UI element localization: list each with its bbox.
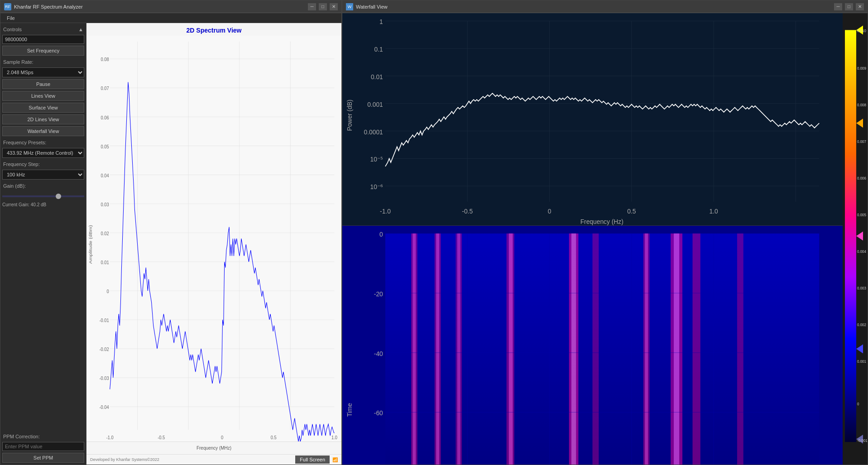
svg-text:-1.0: -1.0 bbox=[380, 208, 391, 215]
svg-text:-0.04: -0.04 bbox=[99, 404, 109, 410]
set-frequency-btn[interactable]: Set Frequency bbox=[2, 46, 84, 56]
pause-btn[interactable]: Pause bbox=[2, 79, 84, 89]
svg-text:0.5: 0.5 bbox=[271, 435, 277, 440]
credit-text: Developed by Khanfar Systems©2022 bbox=[90, 457, 295, 462]
svg-text:0.002: 0.002 bbox=[857, 323, 866, 327]
waterfall-title: Waterfall View bbox=[356, 4, 834, 9]
svg-text:0.06: 0.06 bbox=[101, 115, 109, 120]
svg-text:-0.001: -0.001 bbox=[857, 438, 868, 443]
svg-text:-40: -40 bbox=[374, 350, 383, 357]
lines-2d-btn[interactable]: 2D Lines View bbox=[2, 114, 84, 124]
svg-text:0.009: 0.009 bbox=[857, 66, 866, 71]
svg-rect-37 bbox=[342, 13, 843, 225]
signal-icon: 📶 bbox=[332, 457, 338, 462]
svg-text:0.01: 0.01 bbox=[371, 73, 383, 81]
svg-text:0: 0 bbox=[857, 401, 859, 406]
svg-text:0.01: 0.01 bbox=[101, 260, 109, 265]
svg-marker-110 bbox=[856, 232, 863, 241]
spectrum-panel: RF Khanfar RF Spectrum Analyzer ─ □ ✕ Fi… bbox=[0, 0, 342, 465]
waterfall-close-btn[interactable]: ✕ bbox=[856, 3, 864, 10]
sample-rate-label: Sample Rate: bbox=[2, 57, 84, 66]
spectrum-close-btn[interactable]: ✕ bbox=[330, 3, 338, 10]
svg-rect-0 bbox=[86, 36, 341, 441]
svg-text:0.0001: 0.0001 bbox=[364, 128, 384, 136]
waterfall-maximize-btn[interactable]: □ bbox=[845, 3, 853, 10]
svg-text:Power (dB): Power (dB) bbox=[346, 100, 353, 131]
app-icon: RF bbox=[4, 3, 11, 10]
fullscreen-btn[interactable]: Full Screen bbox=[295, 456, 330, 464]
svg-text:-0.5: -0.5 bbox=[462, 208, 473, 215]
svg-text:10⁻⁵: 10⁻⁵ bbox=[370, 156, 383, 163]
svg-text:0: 0 bbox=[221, 435, 223, 440]
spectrum-svg: 0.08 0.07 0.06 0.05 0.04 0.03 0.02 0.01 … bbox=[86, 36, 341, 441]
gain-label: Gain (dB): bbox=[2, 181, 84, 190]
svg-text:1.0: 1.0 bbox=[331, 435, 337, 440]
svg-marker-111 bbox=[856, 344, 863, 353]
svg-rect-82 bbox=[385, 233, 819, 465]
waterfall-minimize-btn[interactable]: ─ bbox=[834, 3, 842, 10]
set-ppm-btn[interactable]: Set PPM bbox=[2, 453, 84, 463]
waterfall-svg: 0 -20 -40 -60 -80 -100 -120 Time bbox=[342, 226, 843, 465]
svg-text:0.005: 0.005 bbox=[857, 212, 866, 217]
svg-text:0: 0 bbox=[379, 231, 383, 238]
svg-text:-60: -60 bbox=[374, 409, 383, 417]
svg-text:Amplitude (dBm): Amplitude (dBm) bbox=[88, 225, 93, 264]
svg-text:1.0: 1.0 bbox=[710, 208, 718, 215]
spectrum-window-title: Khanfar RF Spectrum Analyzer bbox=[14, 4, 308, 9]
spectrum-minimize-btn[interactable]: ─ bbox=[308, 3, 316, 10]
svg-text:0.008: 0.008 bbox=[857, 102, 866, 107]
svg-text:10⁻⁶: 10⁻⁶ bbox=[370, 183, 383, 190]
surface-view-btn[interactable]: Surface View bbox=[2, 103, 84, 113]
freq-step-label: Frequency Step: bbox=[2, 160, 84, 168]
freq-presets-select[interactable]: 433.92 MHz (Remote Control) bbox=[3, 148, 84, 157]
svg-text:0.07: 0.07 bbox=[101, 86, 109, 91]
gain-slider[interactable] bbox=[2, 195, 84, 197]
svg-marker-109 bbox=[856, 119, 863, 128]
svg-text:1: 1 bbox=[379, 18, 383, 25]
svg-text:-0.01: -0.01 bbox=[99, 318, 109, 323]
freq-presets-dropdown-wrapper: 433.92 MHz (Remote Control) bbox=[2, 148, 84, 158]
svg-text:0: 0 bbox=[106, 289, 109, 294]
svg-text:0.006: 0.006 bbox=[857, 176, 866, 180]
colorbar-svg: 0.010 0.009 0.008 0.007 0.006 0.005 0.00… bbox=[843, 13, 868, 465]
waterfall-plots: 1 0.1 0.01 0.001 0.0001 10⁻⁵ 10⁻⁶ Power … bbox=[342, 13, 843, 465]
svg-text:0.001: 0.001 bbox=[367, 101, 383, 108]
sample-rate-dropdown-wrapper: 2.048 MSps 0.25 MSps 0.5 MSps 1.024 MSps… bbox=[2, 67, 84, 77]
waterfall-content: 1 0.1 0.01 0.001 0.0001 10⁻⁵ 10⁻⁶ Power … bbox=[342, 13, 868, 465]
svg-text:0.010: 0.010 bbox=[857, 28, 866, 33]
sidebar: Controls ▲ Set Frequency Sample Rate: 2.… bbox=[0, 23, 86, 465]
svg-text:0: 0 bbox=[548, 208, 551, 215]
sample-rate-select[interactable]: 2.048 MSps 0.25 MSps 0.5 MSps 1.024 MSps… bbox=[3, 68, 84, 77]
svg-text:-0.02: -0.02 bbox=[99, 346, 109, 352]
spectrum-titlebar: RF Khanfar RF Spectrum Analyzer ─ □ ✕ bbox=[0, 0, 341, 13]
spectrum-chart: 0.08 0.07 0.06 0.05 0.04 0.03 0.02 0.01 … bbox=[86, 36, 341, 441]
svg-text:0.05: 0.05 bbox=[101, 144, 109, 149]
svg-text:0.007: 0.007 bbox=[857, 139, 866, 144]
svg-text:0.02: 0.02 bbox=[101, 231, 109, 236]
waterfall-icon: W bbox=[346, 3, 353, 10]
spectrum-maximize-btn[interactable]: □ bbox=[319, 3, 327, 10]
svg-text:-0.03: -0.03 bbox=[99, 375, 109, 381]
svg-text:-0.5: -0.5 bbox=[158, 435, 165, 440]
lines-view-btn[interactable]: Lines View bbox=[2, 91, 84, 101]
waterfall-heatmap: 0 -20 -40 -60 -80 -100 -120 Time bbox=[342, 226, 843, 465]
svg-text:0.04: 0.04 bbox=[101, 173, 109, 178]
freq-step-select[interactable]: 100 kHz 25 kHz 50 kHz 200 kHz bbox=[3, 170, 84, 179]
file-menu[interactable]: File bbox=[4, 14, 18, 22]
controls-header: Controls ▲ bbox=[2, 25, 84, 33]
svg-text:0.5: 0.5 bbox=[627, 208, 636, 215]
svg-text:-20: -20 bbox=[374, 290, 383, 298]
svg-text:0.03: 0.03 bbox=[101, 202, 109, 207]
waterfall-window-controls: ─ □ ✕ bbox=[834, 3, 864, 10]
frequency-input[interactable] bbox=[2, 35, 84, 44]
svg-text:Frequency (Hz): Frequency (Hz) bbox=[580, 218, 623, 225]
waterfall-titlebar: W Waterfall View ─ □ ✕ bbox=[342, 0, 868, 13]
waterfall-panel: W Waterfall View ─ □ ✕ bbox=[342, 0, 868, 465]
svg-rect-107 bbox=[845, 30, 856, 442]
bottom-bar: Developed by Khanfar Systems©2022 Full S… bbox=[86, 454, 341, 465]
svg-text:0.001: 0.001 bbox=[857, 359, 866, 364]
waterfall-btn[interactable]: Waterfall View bbox=[2, 126, 84, 136]
ppm-input[interactable] bbox=[2, 442, 84, 451]
current-gain-display: Current Gain: 40.2 dB bbox=[2, 201, 84, 208]
freq-label: Frequency (MHz) bbox=[90, 446, 338, 451]
